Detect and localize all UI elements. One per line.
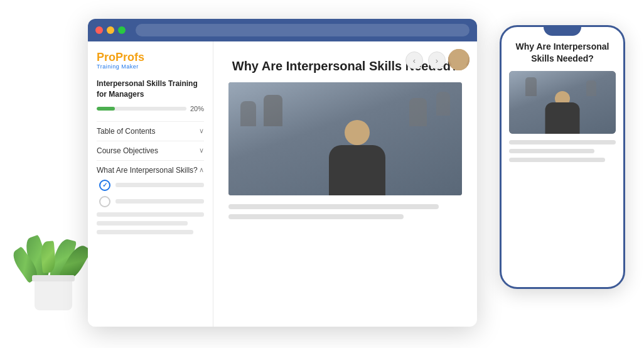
- sk-line-2: [228, 214, 404, 219]
- phone-frame: Why Are Interpersonal Skills Needed?: [500, 25, 625, 289]
- phone-sk-line-3: [509, 158, 605, 162]
- sk-line-1: [228, 204, 439, 209]
- person-head: [345, 120, 370, 145]
- phone-sk-line-2: [509, 149, 594, 153]
- sub-item-2[interactable]: [99, 196, 204, 207]
- scene: ProProfs Training Maker Interpersonal Sk…: [0, 0, 644, 348]
- check-circle-checked: ✓: [99, 180, 110, 191]
- sub-item-2-label: [115, 199, 204, 204]
- chevron-up-icon: ∧: [199, 166, 204, 174]
- minimize-button[interactable]: [107, 26, 114, 34]
- sidebar-item-interpersonal-label: What Are Interpersonal Skills?: [97, 166, 198, 175]
- course-title: Interpersonal Skills Training for Manage…: [97, 79, 204, 100]
- sidebar-item-toc[interactable]: Table of Contents ∨: [97, 121, 204, 141]
- phone-lesson-title: Why Are Interpersonal Skills Needed?: [509, 41, 616, 65]
- browser-window: ProProfs Training Maker Interpersonal Sk…: [88, 19, 477, 327]
- video-scene: [228, 82, 462, 195]
- phone-content: Why Are Interpersonal Skills Needed?: [502, 36, 623, 174]
- avatar[interactable]: [448, 49, 470, 70]
- address-bar[interactable]: [136, 24, 470, 36]
- nav-arrows: ‹ ›: [405, 52, 446, 69]
- check-mark-icon: ✓: [102, 182, 107, 188]
- avatar-image: [448, 49, 470, 70]
- browser-titlebar: [88, 19, 477, 41]
- logo: ProProfs: [97, 52, 204, 63]
- sidebar-item-interpersonal[interactable]: What Are Interpersonal Skills? ∧ ✓: [97, 160, 204, 241]
- chevron-down-icon: ∨: [199, 127, 204, 135]
- lesson-video: [228, 82, 462, 195]
- sidebar-item-toc-label: Table of Contents: [97, 127, 155, 136]
- logo-subtitle: Training Maker: [97, 63, 204, 70]
- skeleton-line-2: [97, 221, 188, 226]
- browser-content: ProProfs Training Maker Interpersonal Sk…: [88, 41, 477, 327]
- empty-circle-icon: [99, 196, 110, 207]
- content-skeletons: [228, 204, 462, 219]
- progress-bar-fill: [97, 107, 115, 111]
- logo-area: ProProfs Training Maker: [97, 52, 204, 70]
- sidebar-item-objectives-label: Course Objectives: [97, 146, 158, 155]
- phone-skeleton-lines: [509, 140, 616, 162]
- maximize-button[interactable]: [118, 26, 126, 34]
- main-content: ‹ › Why Are Interpersonal Skills Needed?: [213, 41, 477, 327]
- sub-item-1[interactable]: ✓: [99, 180, 204, 191]
- progress-bar-bg: [97, 107, 186, 111]
- skeleton-line-1: [97, 212, 204, 217]
- sub-item-1-label: [115, 183, 204, 187]
- progress-bar: 20%: [97, 105, 204, 112]
- prev-button[interactable]: ‹: [405, 52, 423, 69]
- skeleton-line-3: [97, 230, 193, 234]
- sidebar-item-objectives[interactable]: Course Objectives ∨: [97, 141, 204, 160]
- sidebar: ProProfs Training Maker Interpersonal Sk…: [88, 41, 213, 327]
- next-button[interactable]: ›: [428, 52, 446, 69]
- progress-percent: 20%: [190, 105, 204, 112]
- person-body: [329, 145, 385, 195]
- phone-video: [509, 71, 616, 134]
- phone-person-body: [545, 102, 580, 134]
- plant-decoration: [19, 222, 88, 310]
- chevron-down-icon-2: ∨: [199, 146, 204, 155]
- phone-notch: [544, 27, 581, 36]
- sub-items-list: ✓: [97, 180, 204, 207]
- phone-sk-line-1: [509, 140, 616, 144]
- phone-video-scene: [509, 71, 616, 134]
- close-button[interactable]: [95, 26, 103, 34]
